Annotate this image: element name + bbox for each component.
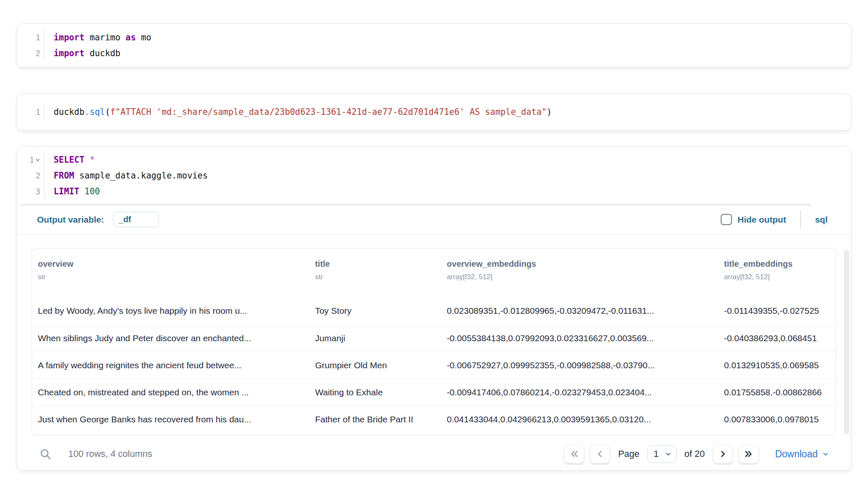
table-cell: Waiting to Exhale [309,379,441,406]
chevron-down-icon [822,450,829,458]
table-cell: A family wedding reignites the ancient f… [32,352,309,379]
table-cell: 0.041433044,0.042966213,0.0039591365,0.0… [441,406,718,433]
code-line[interactable]: 2import duckdb [17,45,851,61]
next-page-button[interactable] [713,444,733,464]
page-select-value: 1 [654,449,659,459]
column-header-title[interactable]: titlestr [309,248,441,298]
line-number: 2 [17,45,45,61]
table-cell: Led by Woody, Andy's toys live happily i… [32,298,309,325]
notebook: 1import marimo as mo2import duckdb 1duck… [0,0,868,471]
code-line[interactable]: 3LIMIT 100 [17,184,851,199]
table-cell: -0.006752927,0.099952355,-0.009982588,-0… [441,352,718,379]
column-type: array[f32, 512] [447,273,716,281]
table-footer: 100 rows, 4 columns Page [32,438,851,470]
code-cell-attach: 1duckdb.sql(f"ATTACH 'md:_share/sample_d… [17,93,851,131]
dataframe-table: overviewstrtitlestroverview_embeddingsar… [32,248,836,435]
table-cell: 0.01755858,-0.00862866 [718,379,836,406]
code-text: import marimo as mo [45,32,151,42]
code-text: FROM sample_data.kaggle.movies [45,171,208,181]
output-variable-input[interactable]: _df [113,212,159,227]
table-cell: 0.023089351,-0.012809965,-0.03209472,-0.… [441,298,718,325]
code-line[interactable]: 1import marimo as mo [17,30,851,45]
output-variable-bar: Output variable: _df Hide output sql [17,205,851,234]
code-editor[interactable]: 1SELECT *2FROM sample_data.kaggle.movies… [17,147,851,204]
table-cell: Cheated on, mistreated and stepped on, t… [32,379,309,406]
search-icon[interactable] [38,447,52,461]
table-header-row: overviewstrtitlestroverview_embeddingsar… [32,248,836,298]
code-line[interactable]: 1duckdb.sql(f"ATTACH 'md:_share/sample_d… [17,104,851,120]
hide-output-checkbox[interactable] [721,214,732,225]
divider [800,211,801,229]
cell-output: overviewstrtitlestroverview_embeddingsar… [17,235,851,470]
column-name: title [315,259,439,269]
table-row[interactable]: Just when George Banks has recovered fro… [32,406,836,433]
output-variable-label: Output variable: [37,215,104,225]
table-cell: Grumpier Old Men [309,352,441,379]
total-pages-label: of 20 [684,449,705,459]
first-page-button[interactable] [564,444,584,464]
fold-chevron-icon[interactable] [35,157,40,163]
code-text: import duckdb [45,48,120,58]
code-text: duckdb.sql(f"ATTACH 'md:_share/sample_da… [45,107,552,117]
line-number: 1 [17,104,45,120]
column-type: str [38,273,307,281]
code-cell-imports: 1import marimo as mo2import duckdb [17,23,851,67]
table-row[interactable]: When siblings Judy and Peter discover an… [32,325,836,352]
table-cell: When siblings Judy and Peter discover an… [32,325,309,352]
code-editor[interactable]: 1import marimo as mo2import duckdb [17,24,851,67]
table-row[interactable]: Cheated on, mistreated and stepped on, t… [32,379,836,406]
code-editor[interactable]: 1duckdb.sql(f"ATTACH 'md:_share/sample_d… [17,94,851,130]
column-name: overview_embeddings [447,259,716,269]
line-number: 1 [17,30,45,45]
hide-output-label[interactable]: Hide output [738,215,786,225]
table-cell: Just when George Banks has recovered fro… [32,406,309,433]
table-cell: -0.0055384138,0.07992093,0.023316627,0.0… [441,325,718,352]
sql-cell: 1SELECT *2FROM sample_data.kaggle.movies… [17,146,851,471]
column-header-overview_embeddings[interactable]: overview_embeddingsarray[f32, 512] [441,248,718,298]
sql-language-button[interactable]: sql [815,215,828,225]
line-number: 3 [17,184,45,199]
table-row[interactable]: Led by Woody, Andy's toys live happily i… [32,298,836,325]
column-type: array[f32, 512] [724,273,833,281]
column-type: str [315,273,439,281]
table-cell: -0.009417406,0.07860214,-0.023279453,0.0… [441,379,718,406]
previous-page-button[interactable] [590,444,610,464]
page-label: Page [618,449,639,459]
column-name: overview [38,259,307,269]
table-cell: Toy Story [309,298,441,325]
row-count-status: 100 rows, 4 columns [68,449,152,459]
column-header-title_embeddings[interactable]: title_embeddingsarray[f32, 512] [718,248,836,298]
column-name: title_embeddings [724,259,833,269]
code-line[interactable]: 1SELECT * [17,152,851,168]
download-label: Download [775,449,818,460]
table-body: Led by Woody, Andy's toys live happily i… [32,298,836,433]
download-button[interactable]: Download [775,449,829,460]
line-number: 1 [17,152,45,168]
table-cell: Father of the Bride Part II [309,406,441,433]
chevron-down-icon [665,450,672,458]
code-line[interactable]: 2FROM sample_data.kaggle.movies [17,168,851,184]
column-header-overview[interactable]: overviewstr [32,248,309,298]
table-cell: -0.040386293,0.068451 [718,325,836,352]
last-page-button[interactable] [739,444,759,464]
code-text: SELECT * [45,155,95,165]
table-cell: -0.011439355,-0.027525 [718,298,836,325]
table-cell: 0.0132910535,0.069585 [718,352,836,379]
page-select[interactable]: 1 [647,445,677,463]
table-row[interactable]: A family wedding reignites the ancient f… [32,352,836,379]
vertical-scrollbar[interactable] [844,250,849,434]
pagination: Page 1 of 20 [564,444,829,464]
code-text: LIMIT 100 [45,186,100,196]
line-number: 2 [17,168,45,184]
table-cell: 0.007833006,0.0978015 [718,406,836,433]
table-cell: Jumanji [309,325,441,352]
